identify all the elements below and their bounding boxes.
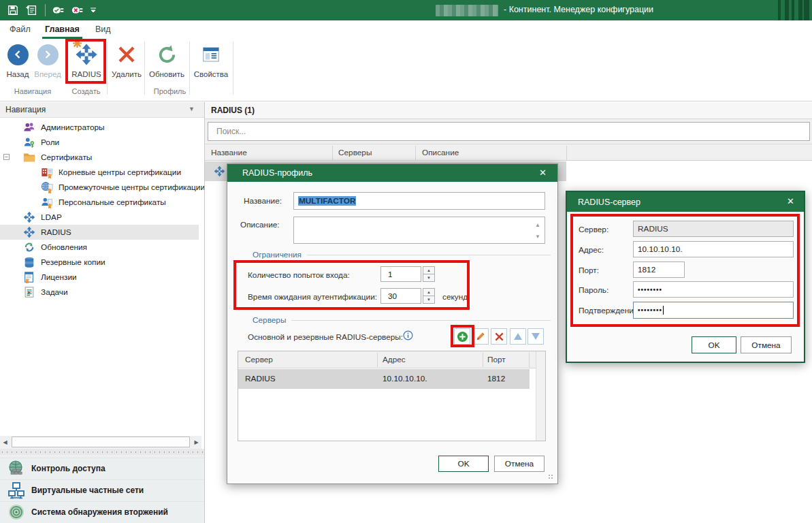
navigation-tree: Администраторы Роли − Сертификаты Корнев… xyxy=(0,118,204,434)
updates-icon xyxy=(23,241,35,253)
ok-button[interactable]: OK xyxy=(438,456,489,472)
column-separator[interactable] xyxy=(566,146,567,160)
dialog-title: RADIUS-сервер xyxy=(578,197,640,207)
column-description[interactable]: Описание xyxy=(422,148,459,157)
sidebar-item-administrators[interactable]: Администраторы xyxy=(0,120,199,135)
sidebar-item-root-ca[interactable]: Корневые центры сертификации xyxy=(0,165,199,180)
remove-server-button[interactable] xyxy=(491,328,507,345)
navigation-panel-title: Навигация xyxy=(5,105,46,114)
close-icon[interactable]: ✕ xyxy=(539,168,547,178)
limits-group-label: Ограничения xyxy=(253,250,551,259)
search-input[interactable] xyxy=(208,122,810,141)
spin-up-icon[interactable]: ▲ xyxy=(423,288,435,296)
edit-pencil-icon xyxy=(475,331,486,342)
servers-table[interactable]: Сервер Адрес Порт RADIUS 10.10.10.10. 18… xyxy=(238,351,546,441)
properties-button[interactable]: Свойства xyxy=(191,40,231,88)
license-icon xyxy=(23,271,35,283)
refresh-button[interactable]: Обновить xyxy=(146,40,188,88)
add-server-button[interactable] xyxy=(454,328,470,345)
password-input[interactable]: •••••••• xyxy=(633,281,794,298)
group-divider xyxy=(291,320,551,321)
sidebar-item-personal-certs[interactable]: Персональные сертификаты xyxy=(0,195,199,210)
navigation-panel-header[interactable]: Навигация ▼ xyxy=(0,102,204,118)
col-port[interactable]: Порт xyxy=(487,355,506,364)
textarea-scroll-icons[interactable]: ▲▼ xyxy=(535,222,540,240)
sidebar-item-ldap[interactable]: LDAP xyxy=(0,210,199,225)
info-icon[interactable] xyxy=(403,330,413,343)
sidebar-item-updates[interactable]: Обновления xyxy=(0,240,199,255)
module-vpn[interactable]: Виртуальные частные сети xyxy=(0,479,204,501)
name-input[interactable]: MULTIFACTOR xyxy=(293,192,545,210)
column-separator[interactable] xyxy=(415,146,416,160)
server-cell: RADIUS xyxy=(245,374,276,383)
back-button[interactable]: Назад xyxy=(4,40,31,88)
sidebar-item-radius[interactable]: RADIUS xyxy=(0,225,199,240)
module-switcher: Контроль доступа Виртуальные частные сет… xyxy=(0,455,204,523)
move-up-button[interactable] xyxy=(510,328,526,345)
spin-down-icon[interactable]: ▼ xyxy=(423,296,435,304)
sidebar-item-certificates[interactable]: − Сертификаты xyxy=(0,150,199,165)
attempts-value[interactable]: 1 xyxy=(380,266,421,282)
table-scrollbar[interactable] xyxy=(536,351,545,441)
edit-server-button[interactable] xyxy=(472,328,489,345)
folder-icon xyxy=(23,151,35,163)
panel-splitter[interactable] xyxy=(0,449,204,455)
sidebar-item-backups[interactable]: Резервные копии xyxy=(0,255,199,270)
confirm-input[interactable]: •••••••• xyxy=(633,302,794,319)
ids-icon xyxy=(7,503,25,522)
column-separator xyxy=(529,353,530,367)
dialog-titlebar[interactable]: RADIUS-сервер ✕ xyxy=(567,192,804,212)
sidebar-item-intermediate-ca[interactable]: Промежуточные центры сертификации xyxy=(0,180,199,195)
attempts-stepper[interactable]: 1 ▲▼ xyxy=(380,266,435,282)
column-servers[interactable]: Серверы xyxy=(338,148,372,157)
redacted-hostname xyxy=(436,5,498,16)
spin-up-icon[interactable]: ▲ xyxy=(423,266,435,274)
description-input[interactable] xyxy=(293,217,545,244)
sidebar-item-roles[interactable]: Роли xyxy=(0,135,199,150)
resize-grip[interactable] xyxy=(548,474,554,480)
scrollbar-thumb[interactable] xyxy=(12,437,190,447)
tab-view[interactable]: Вид xyxy=(93,20,114,39)
module-label: Контроль доступа xyxy=(31,464,105,473)
save-button[interactable] xyxy=(5,3,20,18)
new-star-badge-icon xyxy=(73,39,82,48)
module-ids[interactable]: Система обнаружения вторжений xyxy=(0,501,204,522)
forward-icon xyxy=(37,44,59,65)
connect-button[interactable] xyxy=(51,3,66,18)
list-column-header[interactable]: Название Серверы Описание xyxy=(205,144,812,161)
cancel-button[interactable]: Отмена xyxy=(494,456,545,472)
sidebar-item-tasks[interactable]: Задачи xyxy=(0,285,199,300)
timeout-stepper[interactable]: 30 ▲▼ xyxy=(380,288,435,304)
timeout-value[interactable]: 30 xyxy=(380,288,421,304)
create-radius-button[interactable]: RADIUS xyxy=(67,40,106,88)
scroll-left-icon[interactable]: ◀ xyxy=(0,436,10,449)
column-separator[interactable] xyxy=(332,146,333,160)
qat-dropdown-button[interactable] xyxy=(89,3,97,18)
ok-button[interactable]: OK xyxy=(692,336,736,353)
tab-home[interactable]: Главная xyxy=(42,20,82,39)
disconnect-button[interactable] xyxy=(70,3,85,18)
new-config-button[interactable] xyxy=(25,3,39,18)
col-address[interactable]: Адрес xyxy=(383,355,406,364)
timeout-label: Время ожидания аутентификации: xyxy=(248,292,377,302)
sidebar-item-label: Промежуточные центры сертификации xyxy=(59,183,204,192)
server-row[interactable]: RADIUS 10.10.10.10. 1812 xyxy=(238,369,530,389)
sidebar-item-licenses[interactable]: Лицензии xyxy=(0,270,199,285)
move-down-button[interactable] xyxy=(527,328,544,345)
delete-button[interactable]: Удалить xyxy=(109,40,144,88)
tab-file[interactable]: Файл xyxy=(7,20,33,39)
close-icon[interactable]: ✕ xyxy=(787,196,794,206)
port-value: 1812 xyxy=(638,265,655,274)
address-input[interactable]: 10.10.10.10. xyxy=(633,241,794,257)
spin-down-icon[interactable]: ▼ xyxy=(423,274,435,282)
col-server[interactable]: Сервер xyxy=(245,355,273,364)
scroll-right-icon[interactable]: ▶ xyxy=(191,436,201,449)
cancel-button[interactable]: Отмена xyxy=(741,336,792,353)
port-input[interactable]: 1812 xyxy=(633,262,685,278)
horizontal-scrollbar[interactable]: ◀ ▶ xyxy=(0,436,201,449)
dialog-titlebar[interactable]: RADIUS-профиль ✕ xyxy=(227,164,557,182)
module-access-control[interactable]: Контроль доступа xyxy=(0,458,204,479)
panel-collapse-icon[interactable]: ▼ xyxy=(189,106,195,112)
column-name[interactable]: Название xyxy=(211,148,247,157)
collapse-expander-icon[interactable]: − xyxy=(3,154,10,160)
